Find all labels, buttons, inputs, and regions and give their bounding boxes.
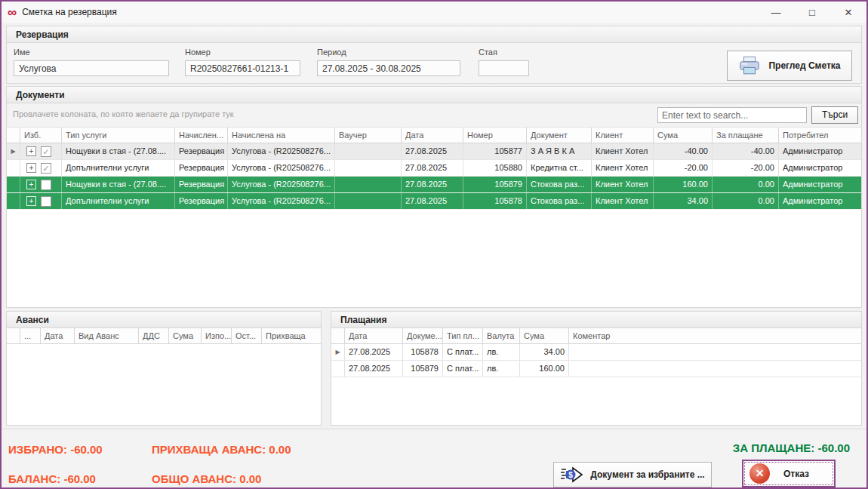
room-field[interactable] bbox=[479, 60, 529, 76]
payments-grid-header[interactable]: Дата Докуме... Тип пл... Валута Сума Ком… bbox=[331, 328, 861, 344]
window-title: Сметка на резервация bbox=[22, 7, 117, 17]
documents-panel: Документи Провлачете колоната, по която … bbox=[6, 86, 862, 308]
row-checkbox-unchecked[interactable] bbox=[41, 196, 51, 207]
row-checkbox-unchecked[interactable] bbox=[41, 180, 51, 190]
period-field[interactable] bbox=[317, 60, 460, 76]
svg-text:$: $ bbox=[569, 471, 574, 479]
expand-icon[interactable]: + bbox=[26, 163, 36, 173]
advances-panel: Аванси ... Дата Вид Аванс ДДС Сума Изпо.… bbox=[6, 311, 322, 426]
printer-icon bbox=[738, 56, 761, 76]
reservation-panel-header: Резервация bbox=[7, 26, 861, 43]
titlebar: ∞ Сметка на резервация — □ ✕ bbox=[2, 2, 866, 23]
group-by-hint: Провлачете колоната, по която желаете да… bbox=[13, 109, 234, 118]
period-label: Период bbox=[317, 48, 346, 57]
advances-grid-header[interactable]: ... Дата Вид Аванс ДДС Сума Изпо... Ост.… bbox=[7, 328, 321, 344]
cancel-button[interactable]: ✕ Отказ bbox=[742, 460, 836, 487]
expand-icon[interactable]: + bbox=[26, 196, 36, 206]
cancel-label: Отказ bbox=[783, 469, 809, 479]
document-row-paid[interactable]: + Нощувки в стая - (27.08.... Резервация… bbox=[7, 177, 861, 193]
row-indicator-icon: ▶ bbox=[7, 143, 20, 159]
window-controls: — □ ✕ bbox=[758, 2, 866, 23]
number-label: Номер bbox=[185, 48, 211, 57]
number-field[interactable] bbox=[185, 60, 300, 76]
close-icon[interactable]: ✕ bbox=[830, 2, 866, 23]
preview-bill-label: Преглед Сметка bbox=[768, 60, 840, 71]
search-button[interactable]: Търси bbox=[811, 106, 858, 124]
document-row-paid[interactable]: + Допълнителни услуги Резервация Услугов… bbox=[7, 193, 861, 210]
offset-advance-total: ПРИХВАЩА АВАНС: 0.00 bbox=[152, 443, 291, 456]
documents-grid: Изб. Тип услуги Начислен... Начислена на… bbox=[7, 128, 861, 210]
row-checkbox-checked[interactable]: ✓ bbox=[41, 146, 51, 157]
reservation-bill-window: ∞ Сметка на резервация — □ ✕ Резервация … bbox=[0, 0, 868, 489]
document-arrow-icon: $ bbox=[560, 466, 584, 484]
row-checkbox-checked[interactable]: ✓ bbox=[41, 163, 51, 174]
to-pay-total: ЗА ПЛАЩАНЕ: -60.00 bbox=[733, 441, 850, 454]
documents-panel-header: Документи bbox=[7, 87, 861, 103]
footer-summary: ИЗБРАНО: -60.00 ПРИХВАЩА АВАНС: 0.00 БАЛ… bbox=[2, 429, 866, 487]
name-label: Име bbox=[14, 48, 30, 57]
document-row[interactable]: ▶ + ✓ Нощувки в стая - (27.08.... Резерв… bbox=[7, 143, 861, 160]
row-indicator-icon: ▶ bbox=[331, 344, 345, 360]
documents-grid-header[interactable]: Изб. Тип услуги Начислен... Начислена на… bbox=[7, 128, 861, 143]
document-row[interactable]: + ✓ Допълнителни услуги Резервация Услуг… bbox=[7, 160, 861, 177]
document-for-selected-label: Документ за избраните ... bbox=[590, 469, 704, 480]
cancel-x-icon: ✕ bbox=[749, 463, 770, 484]
advances-panel-header: Аванси bbox=[7, 312, 321, 328]
name-field[interactable] bbox=[14, 60, 169, 76]
payment-row[interactable]: ▶ 27.08.2025 105878 С плат... лв. 34.00 bbox=[331, 344, 861, 361]
app-logo-icon: ∞ bbox=[8, 6, 17, 19]
search-input[interactable] bbox=[657, 107, 807, 123]
payments-panel: Плащания Дата Докуме... Тип пл... Валута… bbox=[331, 311, 862, 426]
payments-panel-header: Плащания bbox=[331, 312, 861, 328]
payment-row[interactable]: 27.08.2025 105879 С плат... лв. 160.00 bbox=[331, 361, 861, 377]
document-for-selected-button[interactable]: $ Документ за избраните ... bbox=[553, 462, 712, 487]
group-by-bar[interactable]: Провлачете колоната, по която желаете да… bbox=[7, 103, 861, 128]
balance-total: БАЛАНС: -60.00 bbox=[8, 472, 96, 485]
minimize-icon[interactable]: — bbox=[758, 2, 794, 23]
selected-total: ИЗБРАНО: -60.00 bbox=[8, 443, 103, 456]
room-label: Стая bbox=[479, 48, 497, 57]
expand-icon[interactable]: + bbox=[26, 180, 36, 189]
maximize-icon[interactable]: □ bbox=[794, 2, 830, 23]
reservation-panel: Резервация Име Номер Период Стая Преглед… bbox=[6, 26, 862, 84]
preview-bill-button[interactable]: Преглед Сметка bbox=[727, 51, 852, 81]
total-advance: ОБЩО АВАНС: 0.00 bbox=[152, 472, 261, 485]
expand-icon[interactable]: + bbox=[26, 146, 36, 156]
